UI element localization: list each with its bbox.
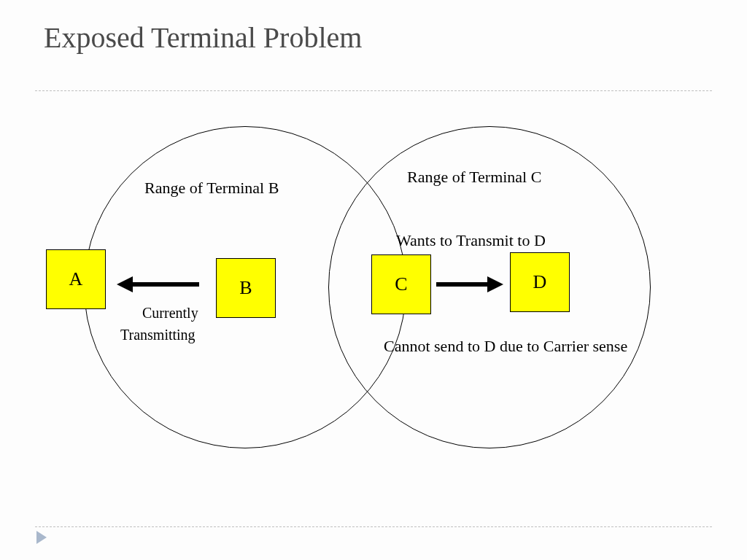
node-d: D: [510, 252, 570, 312]
slide: Exposed Terminal Problem Range of Termin…: [0, 0, 747, 560]
label-range-c: Range of Terminal C: [407, 168, 541, 187]
node-c: C: [371, 254, 431, 314]
label-wants: Wants to Transmit to D: [396, 231, 546, 250]
diagram: Range of Terminal B Range of Terminal C …: [0, 0, 747, 560]
node-b: B: [216, 258, 276, 318]
divider-bottom: [35, 526, 712, 527]
label-currently: Currently: [142, 305, 198, 322]
label-range-b: Range of Terminal B: [144, 179, 279, 198]
label-cannot: Cannot send to D due to Carrier sense: [384, 337, 627, 356]
label-transmitting: Transmitting: [120, 327, 196, 343]
node-a: A: [46, 249, 106, 309]
play-icon: [36, 531, 47, 544]
